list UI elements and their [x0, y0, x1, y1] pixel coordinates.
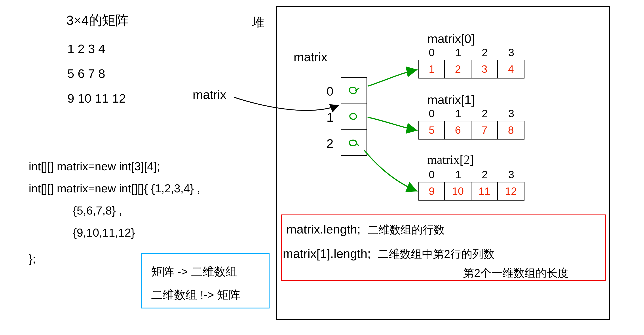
cell: 6 — [445, 121, 472, 140]
subarray-label-2: matrix[2] — [427, 153, 474, 167]
cell: 3 — [472, 60, 498, 79]
subarray-indices-2: 0 1 2 3 — [418, 168, 524, 181]
cell: 10 — [445, 182, 472, 201]
code-line-3: {5,6,7,8} , — [73, 204, 122, 217]
idx: 3 — [498, 108, 524, 120]
idx: 0 — [418, 168, 445, 181]
note-box: 矩阵 -> 二维数组 二维数组 !-> 矩阵 — [142, 253, 270, 308]
matrix-row-2: 9 10 11 12 — [68, 91, 126, 106]
idx: 1 — [445, 47, 472, 59]
cell: 9 — [418, 182, 445, 201]
outer-array-label: matrix — [294, 50, 327, 64]
idx: 0 — [418, 108, 445, 120]
cell: 12 — [498, 182, 524, 201]
matrix-row-length-code: matrix[1].length; — [283, 246, 371, 260]
note-line-1: 矩阵 -> 二维数组 — [151, 264, 237, 279]
idx: 2 — [472, 47, 498, 59]
outer-cell-2 — [341, 130, 367, 156]
subarray-indices-0: 0 1 2 3 — [418, 47, 524, 59]
code-line-2: int[][] matrix=new int[][]{ {1,2,3,4} , — [29, 182, 200, 195]
idx: 0 — [418, 47, 445, 59]
outer-cell-0 — [341, 77, 367, 104]
matrix-row-1: 5 6 7 8 — [68, 66, 105, 81]
pointer-scribble-icon — [347, 85, 360, 96]
idx: 1 — [445, 108, 472, 120]
pointer-scribble-icon — [347, 111, 360, 122]
idx: 3 — [498, 168, 524, 181]
cell: 1 — [418, 60, 445, 79]
note-line-2: 二维数组 !-> 矩阵 — [151, 287, 240, 303]
subarray-0: 1 2 3 4 — [418, 60, 524, 79]
pointer-scribble-icon — [347, 137, 360, 148]
cell: 5 — [418, 121, 445, 140]
subarray-1: 5 6 7 8 — [418, 121, 524, 140]
length-explain-box: matrix.length; 二维数组的行数 matrix[1].length;… — [281, 214, 606, 281]
heap-label: 堆 — [252, 14, 264, 31]
outer-array — [341, 77, 367, 156]
subarray-label-0: matrix[0] — [427, 32, 475, 46]
code-line-1: int[][] matrix=new int[3][4]; — [29, 160, 160, 173]
code-line-5: }; — [29, 252, 36, 265]
cell: 11 — [472, 182, 498, 201]
code-line-4: {9,10,11,12} — [73, 226, 135, 239]
matrix-row-0: 1 2 3 4 — [68, 42, 105, 56]
diagram-title: 3×4的矩阵 — [66, 12, 128, 30]
cell: 4 — [498, 60, 524, 79]
cell: 2 — [445, 60, 472, 79]
cell: 7 — [472, 121, 498, 140]
idx: 1 — [445, 168, 472, 181]
outer-index-2: 2 — [326, 136, 334, 151]
matrix-row-length-desc2: 第2个一维数组的长度 — [463, 266, 569, 281]
subarray-2: 9 10 11 12 — [418, 182, 524, 201]
idx: 3 — [498, 47, 524, 59]
outer-cell-1 — [341, 104, 367, 130]
idx: 2 — [472, 108, 498, 120]
matrix-length-code: matrix.length; — [286, 222, 360, 236]
idx: 2 — [472, 168, 498, 181]
matrix-pointer-label: matrix — [193, 87, 226, 102]
matrix-row-length-desc: 二维数组中第2行的列数 — [378, 248, 494, 260]
outer-index-1: 1 — [326, 110, 334, 125]
subarray-indices-1: 0 1 2 3 — [418, 108, 524, 120]
heap-container: matrix 0 1 2 matrix[0] 0 1 2 3 1 2 3 4 m… — [276, 6, 610, 320]
subarray-label-1: matrix[1] — [427, 92, 475, 107]
outer-index-0: 0 — [326, 84, 334, 98]
cell: 8 — [498, 121, 524, 140]
matrix-length-desc: 二维数组的行数 — [368, 224, 445, 236]
